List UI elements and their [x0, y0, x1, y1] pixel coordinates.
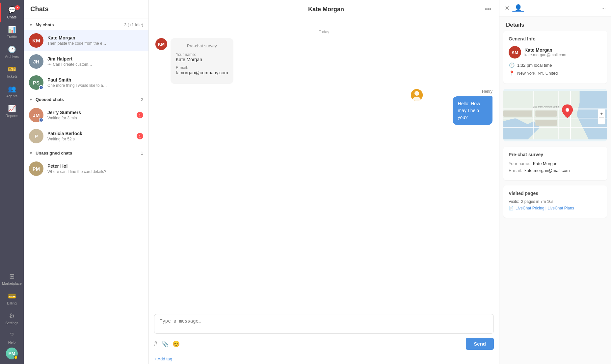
chat-item-jim[interactable]: JH Jim Halpert ••• Can I create custom… [24, 51, 148, 72]
svg-text:−: − [600, 118, 603, 123]
info-user-avatar: KM [509, 46, 521, 59]
nav-item-billing[interactable]: 💳 Billing [0, 289, 24, 308]
page-icon: 📄 [509, 206, 514, 210]
pre-chat-name-value: Kate Morgan [176, 57, 228, 62]
chat-name-jerry: Jerry Summers [47, 110, 133, 115]
chat-item-patricia[interactable]: P Patricia Berlock Waiting for 52 s 1 [24, 126, 148, 147]
my-chats-section-header[interactable]: ▼ My chats 3 (+1 idle) [24, 18, 148, 30]
visits-count-row: Visits: 2 pages in 7m 16s [509, 199, 602, 204]
reports-icon: 📈 [8, 105, 16, 112]
add-tag-link[interactable]: + Add tag [149, 354, 499, 364]
nav-label-marketplace: Marketplace [2, 281, 22, 285]
chat-item-paul[interactable]: PS f Paul Smith One more thing I would l… [24, 72, 148, 93]
nav-label-reports: Reports [6, 114, 18, 118]
chat-title: Kate Morgan [169, 6, 484, 13]
chat-name-peter: Peter Hol [47, 163, 143, 169]
chat-header-actions: ••• [484, 5, 492, 14]
chat-item-peter[interactable]: PM Peter Hol Where can I fine the card d… [24, 158, 148, 179]
chat-name-jim: Jim Halpert [47, 56, 143, 61]
user-avatar[interactable]: PM [6, 348, 18, 359]
visited-page-link[interactable]: LiveChat Pricing | LiveChat Plans [516, 206, 574, 210]
visited-pages-title: Visited pages [509, 191, 602, 196]
help-icon: ? [10, 331, 13, 339]
message-input[interactable] [154, 314, 494, 334]
chat-preview-paul: One more thing I would like to a… [47, 83, 143, 88]
visited-pages-section: Visited pages Visits: 2 pages in 7m 16s … [503, 185, 607, 218]
chat-item-kate[interactable]: KM Kate Morgan Then paste the code from … [24, 30, 148, 51]
info-user-email: kate.morgan@mail.com [524, 53, 566, 57]
chat-preview-jerry: Waiting for 3 min [47, 116, 133, 120]
chat-item-jerry[interactable]: JM f Jerry Summers Waiting for 3 min 1 [24, 105, 148, 126]
visits-label: Visits: [509, 199, 519, 204]
svg-text:+: + [600, 111, 603, 116]
tickets-icon: 🎫 [8, 65, 16, 73]
chat-info-jim: Jim Halpert ••• Can I create custom… [47, 56, 143, 67]
close-details-button[interactable]: ✕ [505, 5, 510, 12]
pre-chat-survey-section: Pre-chat survey Your name: Kate Morgan E… [503, 147, 607, 180]
send-button[interactable]: Send [466, 338, 494, 350]
chat-header: Kate Morgan ••• [149, 0, 499, 19]
info-user-name: Kate Morgan [524, 47, 566, 53]
hashtag-icon[interactable]: # [154, 340, 157, 347]
pre-chat-email-value: k.morgan@company.com [176, 70, 228, 75]
nav-item-help[interactable]: ? Help [0, 328, 24, 348]
details-panel: ✕ 👤 ··· Details General Info KM Kate Mor… [499, 0, 611, 364]
nav-item-settings[interactable]: ⚙ Settings [0, 308, 24, 328]
attachment-icon[interactable]: 📎 [161, 340, 169, 348]
my-chats-count: 3 (+1 idle) [124, 22, 143, 27]
message-bubble-sent: Hello! How may I help you? [453, 96, 492, 125]
nav-label-tickets: Tickets [6, 74, 17, 78]
info-user-row: KM Kate Morgan kate.morgan@mail.com [509, 46, 602, 59]
nav-item-chats[interactable]: 💬 Chats • [0, 3, 24, 22]
traffic-icon: 📊 [8, 26, 16, 34]
settings-icon: ⚙ [9, 312, 15, 320]
unassigned-chats-section-header[interactable]: ▼ Unassigned chats 1 [24, 147, 148, 158]
nav-item-agents[interactable]: 👥 Agents [0, 82, 24, 101]
chat-toolbar: # 📎 😊 Send [154, 338, 494, 350]
details-more-button[interactable]: ··· [601, 5, 606, 11]
person-icon[interactable]: 👤 [514, 4, 522, 12]
unassigned-chats-title: Unassigned chats [36, 151, 141, 156]
unassigned-chats-count: 1 [141, 151, 143, 156]
avatar-kate: KM [29, 33, 43, 48]
queued-chats-section-header[interactable]: ▼ Queued chats 2 [24, 93, 148, 105]
pre-chat-field-name: Your name: Kate Morgan [176, 52, 228, 62]
avatar-peter: PM [29, 161, 43, 176]
pre-chat-bubble: Pre-chat survey Your name: Kate Morgan E… [171, 38, 233, 84]
details-header: ✕ 👤 ··· [499, 0, 611, 16]
nav-badge-chats: • [15, 5, 20, 10]
nav-label-settings: Settings [5, 321, 18, 325]
svg-rect-12 [503, 110, 532, 117]
pre-chat-survey-title: Pre-chat survey [509, 152, 602, 157]
info-local-time: 1:32 pm local time [517, 63, 552, 68]
notification-badge-jerry: 1 [137, 112, 143, 118]
info-location-row: 📍 New York, NY, United [509, 70, 602, 76]
unassigned-chats-chevron: ▼ [29, 151, 33, 156]
chat-info-patricia: Patricia Berlock Waiting for 52 s [47, 131, 133, 141]
pre-chat-name-label: Your name: [176, 52, 228, 57]
pre-chat-name-row: Your name: Kate Morgan [509, 161, 602, 166]
info-location: New York, NY, United [517, 71, 558, 76]
queued-chats-title: Queued chats [36, 97, 141, 102]
nav-item-tickets[interactable]: 🎫 Tickets [0, 62, 24, 82]
messenger-badge-jerry: f [39, 118, 43, 122]
svg-rect-10 [535, 110, 557, 117]
nav-label-traffic: Traffic [7, 35, 17, 39]
nav-item-traffic[interactable]: 📊 Traffic [0, 22, 24, 42]
svg-point-14 [566, 108, 569, 112]
chat-info-paul: Paul Smith One more thing I would like t… [47, 77, 143, 88]
nav-item-reports[interactable]: 📈 Reports [0, 101, 24, 121]
user-status-badge [14, 355, 18, 359]
chat-name-kate: Kate Morgan [47, 35, 143, 40]
active-tab-indicator [512, 11, 524, 12]
chat-preview-peter: Where can I fine the card details? [47, 169, 143, 174]
notification-badge-patricia: 1 [137, 133, 143, 139]
nav-item-marketplace[interactable]: ⊞ Marketplace [0, 269, 24, 289]
emoji-icon[interactable]: 😊 [173, 340, 180, 348]
svg-point-1 [414, 91, 419, 96]
avatar-paul: PS f [29, 75, 43, 90]
pre-chat-email-label: E-mail: [176, 65, 228, 70]
more-options-button[interactable]: ••• [484, 5, 492, 14]
pre-chat-survey-name-value: Kate Morgan [533, 161, 557, 166]
nav-item-archives[interactable]: 🕐 Archives [0, 42, 24, 62]
